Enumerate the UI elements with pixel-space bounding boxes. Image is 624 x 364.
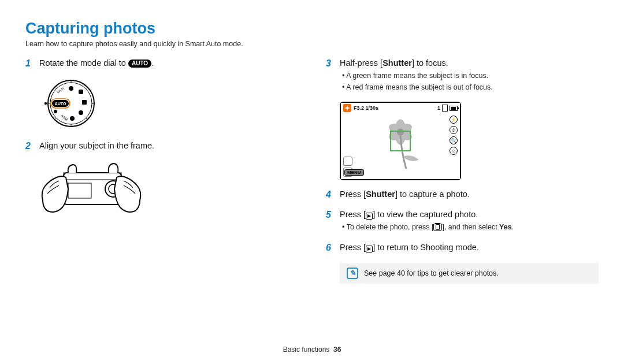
mode-dial-icon: AUTO Wi-Fi ASM <box>39 77 97 130</box>
tip-text: See page 40 for tips to get clearer phot… <box>364 269 499 277</box>
step3-instruction: Half-press [Shutter] to focus. <box>340 57 599 69</box>
footer-page-number: 36 <box>333 346 341 354</box>
step5-pre: Press [ <box>340 210 366 219</box>
step3-bullet-2: A red frame means the subject is out of … <box>342 83 599 93</box>
footer-section: Basic functions <box>283 346 330 354</box>
tip-note-box: ✎ See page 40 for tips to get clearer ph… <box>340 263 599 284</box>
lcd-timer-icon: ⏱ <box>450 126 458 134</box>
step5-instruction: Press [] to view the captured photo. <box>340 209 599 220</box>
step-number-5: 5 <box>326 209 335 236</box>
lcd-exposure: F3.2 1/30s <box>354 105 378 111</box>
step5-sub-pre: To delete the photo, press [ <box>347 223 434 231</box>
playback-button-icon <box>366 213 373 220</box>
trash-button-icon <box>433 224 442 231</box>
hands-camera-figure <box>39 160 298 222</box>
playback-button-icon-2 <box>366 246 373 252</box>
step1-pre: Rotate the mode dial to <box>39 58 128 68</box>
step5-sub-mid: ], and then select <box>442 223 499 231</box>
step2-instruction: Align your subject in the frame. <box>39 140 298 151</box>
step4-bold: Shutter <box>366 190 395 199</box>
svg-point-16 <box>79 110 83 115</box>
step3-bullet-1: A green frame means the subject is in fo… <box>342 71 599 81</box>
sd-card-icon <box>442 105 448 112</box>
step5-bullet-1: To delete the photo, press [], and then … <box>342 222 599 233</box>
step3-bullets: A green frame means the subject is in fo… <box>342 71 599 92</box>
svg-rect-14 <box>79 90 83 94</box>
lcd-flash-icon: ⚡ <box>450 116 458 124</box>
left-column: 1 Rotate the mode dial to AUTO. <box>25 57 298 284</box>
step-number-3: 3 <box>326 57 335 96</box>
svg-point-10 <box>44 102 47 105</box>
hands-holding-camera-icon <box>39 160 143 221</box>
step5-sub-bold: Yes <box>499 223 512 231</box>
note-icon: ✎ <box>347 268 358 279</box>
step-number-1: 1 <box>25 57 35 71</box>
step3-post: ] to focus. <box>412 58 448 68</box>
svg-point-13 <box>69 86 73 91</box>
lcd-preview-figure: F3.2 1/30s 1 <box>340 102 599 180</box>
lcd-menu-chip: MENU <box>344 169 364 176</box>
page-subtitle: Learn how to capture photos easily and q… <box>25 40 599 48</box>
focus-frame-green <box>390 131 411 151</box>
step1-instruction: Rotate the mode dial to AUTO. <box>39 57 298 69</box>
step-number-2: 2 <box>25 140 35 154</box>
step4-instruction: Press [Shutter] to capture a photo. <box>340 188 599 200</box>
step-number-6: 6 <box>326 242 335 255</box>
svg-rect-15 <box>82 100 87 105</box>
step5-bullets: To delete the photo, press [], and then … <box>342 222 599 233</box>
lcd-shots-remaining: 1 <box>437 105 440 111</box>
svg-point-18 <box>54 110 57 113</box>
lcd-side-icon-1 <box>343 157 352 166</box>
right-column: 3 Half-press [Shutter] to focus. A green… <box>326 57 599 284</box>
page-title: Capturing photos <box>25 20 599 38</box>
step3-bold: Shutter <box>382 58 412 68</box>
step5-post: ] to view the captured photo. <box>373 210 478 219</box>
svg-point-17 <box>70 116 75 121</box>
step4-post: ] to capture a photo. <box>395 190 470 199</box>
step5-sub-post: . <box>512 223 514 231</box>
lcd-zoom-icon: 🔍 <box>450 136 458 144</box>
page-footer: Basic functions 36 <box>0 346 624 354</box>
step6-post: ] to return to Shooting mode. <box>373 243 479 252</box>
macro-flower-icon <box>343 104 351 112</box>
auto-mode-pill-icon: AUTO <box>128 60 151 68</box>
step6-instruction: Press [] to return to Shooting mode. <box>340 242 599 253</box>
mode-dial-figure: AUTO Wi-Fi ASM <box>39 77 298 132</box>
dial-auto-label: AUTO <box>55 102 66 106</box>
step-number-4: 4 <box>326 188 335 202</box>
step6-pre: Press [ <box>340 243 366 252</box>
svg-point-25 <box>346 107 348 109</box>
battery-icon <box>450 106 458 111</box>
step4-pre: Press [ <box>340 190 366 199</box>
step3-pre: Half-press [ <box>340 58 382 68</box>
step1-post: . <box>151 58 154 68</box>
lcd-face-icon: ☺ <box>450 147 458 155</box>
